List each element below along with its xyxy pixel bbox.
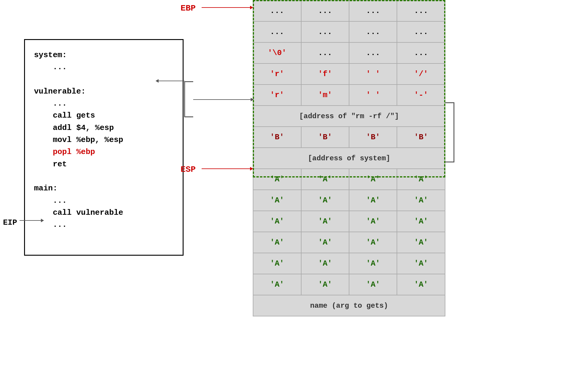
stack-cell: ...: [349, 0, 397, 21]
code-line-call-gets: call gets: [34, 111, 95, 120]
stack-cell-space1: ' ': [349, 63, 397, 85]
stack-row-A2: 'A' 'A' 'A' 'A': [253, 190, 445, 211]
stack-cell-B3: 'B': [349, 127, 397, 148]
stack-cell-A: 'A': [397, 190, 445, 211]
stack-cell-A: 'A': [301, 232, 349, 253]
stack-cell-A: 'A': [301, 190, 349, 211]
code-line-dots3: ...: [34, 196, 67, 205]
stack-addr-system-label: [address of system]: [253, 148, 445, 169]
stack-row-A1: 'A' 'A' 'A' 'A': [253, 169, 445, 190]
stack-cell-A: 'A': [253, 274, 301, 295]
stack-row-rf: 'r' 'f' ' ' '/': [253, 63, 445, 85]
system-connector-arrow: [156, 81, 184, 81]
stack-cell-r1: 'r': [253, 63, 301, 85]
stack-cell-A: 'A': [349, 232, 397, 253]
ebp-label: EBP: [181, 4, 196, 13]
code-line-dots1: ...: [34, 63, 67, 72]
stack-cell-null: '\0': [253, 42, 301, 63]
stack-row-A6: 'A' 'A' 'A' 'A': [253, 274, 445, 295]
esp-arrow: [202, 168, 253, 169]
stack-table: ... ... ... ... ... ... ... ... '\0' ...…: [253, 0, 445, 316]
stack-cell-A: 'A': [397, 274, 445, 295]
stack-cell: ...: [301, 42, 349, 63]
code-line-dots4: ...: [34, 220, 67, 229]
stack-row-A3: 'A' 'A' 'A' 'A': [253, 211, 445, 232]
stack-row-dots2: ... ... ... ...: [253, 21, 445, 42]
code-line-dots2: ...: [34, 99, 67, 108]
stack-addr-rm-label: [address of "rm -rf /"]: [253, 106, 445, 127]
stack-cell-dash: '-': [397, 85, 445, 106]
code-line-vulnerable: vulnerable:: [34, 87, 86, 96]
eip-label: EIP: [3, 218, 17, 227]
stack-row-addr-rm: [address of "rm -rf /"]: [253, 106, 445, 127]
stack-cell-A: 'A': [253, 190, 301, 211]
stack-cell-A: 'A': [397, 232, 445, 253]
code-line-popl: popl %ebp: [34, 147, 95, 156]
stack-cell-A: 'A': [349, 169, 397, 190]
stack-row-rm: 'r' 'm' ' ' '-': [253, 85, 445, 106]
bracket-connector: [184, 81, 185, 117]
stack-cell-A: 'A': [301, 169, 349, 190]
stack-cell-m: 'm': [301, 85, 349, 106]
stack-cell-A: 'A': [397, 253, 445, 274]
stack-cell-A: 'A': [253, 211, 301, 232]
stack-cell: ...: [253, 0, 301, 21]
stack-cell: ...: [349, 21, 397, 42]
stack-cell-A: 'A': [253, 253, 301, 274]
stack-cell-A: 'A': [397, 211, 445, 232]
stack-cell: ...: [397, 0, 445, 21]
stack-cell: ...: [301, 21, 349, 42]
stack-cell-slash: '/': [397, 63, 445, 85]
code-box: system: ... vulnerable: ... call gets ad…: [24, 39, 184, 256]
stack-cell-B2: 'B': [301, 127, 349, 148]
code-line-addl: addl $4, %esp: [34, 123, 114, 132]
stack-cell-A: 'A': [349, 274, 397, 295]
code-line-system: system:: [34, 51, 67, 60]
stack-row-addr-system: [address of system]: [253, 148, 445, 169]
stack-cell: ...: [301, 0, 349, 21]
stack-cell-A: 'A': [301, 253, 349, 274]
esp-label: ESP: [181, 165, 196, 174]
stack-cell-A: 'A': [349, 190, 397, 211]
bracket-h-arrow: [193, 99, 253, 100]
stack-cell-A: 'A': [253, 169, 301, 190]
stack-cell-A: 'A': [397, 169, 445, 190]
stack-cell-f: 'f': [301, 63, 349, 85]
stack-row-dots1: ... ... ... ...: [253, 0, 445, 21]
stack-cell: ...: [349, 42, 397, 63]
stack-row-B: 'B' 'B' 'B' 'B': [253, 127, 445, 148]
stack-cell-A: 'A': [349, 211, 397, 232]
stack-row-null: '\0' ... ... ...: [253, 42, 445, 63]
ebp-arrow: [202, 7, 253, 8]
stack-cell-A: 'A': [253, 232, 301, 253]
stack-row-A5: 'A' 'A' 'A' 'A': [253, 253, 445, 274]
code-content: system: ... vulnerable: ... call gets ad…: [34, 49, 174, 231]
stack-cell: ...: [253, 21, 301, 42]
code-line-movl: movl %ebp, %esp: [34, 135, 123, 144]
stack-cell-A: 'A': [301, 211, 349, 232]
stack-cell-r2: 'r': [253, 85, 301, 106]
stack-row-footer: name (arg to gets): [253, 295, 445, 316]
stack-cell-space2: ' ': [349, 85, 397, 106]
stack-cell-B1: 'B': [253, 127, 301, 148]
code-line-main: main:: [34, 184, 57, 193]
stack-cell-B4: 'B': [397, 127, 445, 148]
stack-cell: ...: [397, 42, 445, 63]
stack-footer-label: name (arg to gets): [253, 295, 445, 316]
code-line-call-vuln: call vulnerable: [34, 208, 123, 217]
stack-cell-A: 'A': [301, 274, 349, 295]
stack-cell-A: 'A': [349, 253, 397, 274]
stack-row-A4: 'A' 'A' 'A' 'A': [253, 232, 445, 253]
eip-arrow: [20, 220, 44, 221]
code-line-ret: ret: [34, 160, 67, 169]
right-bracket: [445, 102, 454, 162]
stack-cell: ...: [397, 21, 445, 42]
